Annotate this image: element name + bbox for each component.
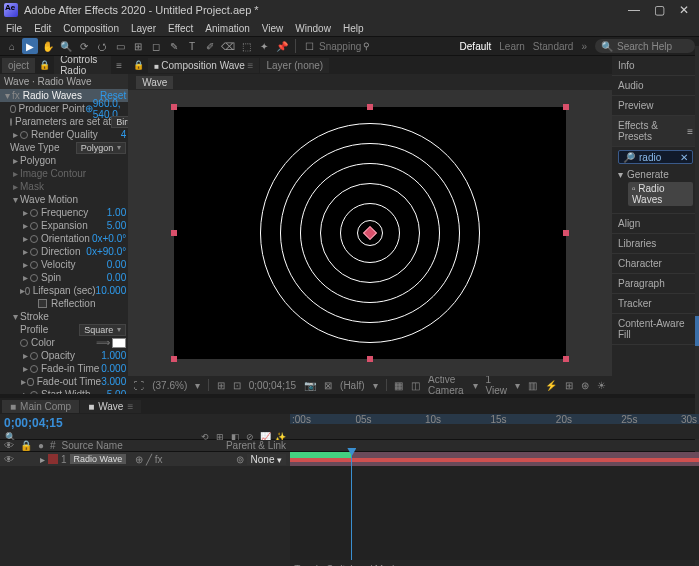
help-search[interactable]: 🔍 Search Help bbox=[595, 39, 695, 53]
panel-effects-presets[interactable]: Effects & Presets≡ bbox=[612, 116, 699, 147]
handle-bc[interactable] bbox=[367, 356, 373, 362]
layer-row-1[interactable]: 👁 ▸ 1 Radio Wave ⊕ ╱ fx ⊚ None ▾ bbox=[0, 452, 290, 466]
val-spin[interactable]: 0.00 bbox=[107, 272, 126, 283]
handle-tl[interactable] bbox=[171, 104, 177, 110]
dropdown-params-at[interactable]: Birth bbox=[111, 116, 128, 128]
shape-tool[interactable]: ◻ bbox=[148, 38, 164, 54]
home-icon[interactable]: ⌂ bbox=[4, 38, 20, 54]
av-vis-icon[interactable]: 👁 bbox=[4, 440, 14, 451]
timeline-ruler[interactable]: :00s 05s 10s 15s 20s 25s 30s bbox=[290, 414, 699, 439]
channel-icon[interactable]: ⊡ bbox=[233, 380, 241, 391]
dropdown-profile[interactable]: Square bbox=[79, 324, 126, 336]
prop-velocity[interactable]: Velocity bbox=[41, 259, 75, 270]
rotate-tool[interactable]: ⭯ bbox=[94, 38, 110, 54]
composition-viewer[interactable] bbox=[128, 90, 612, 376]
panel-character[interactable]: Character bbox=[612, 254, 699, 274]
flowchart-icon[interactable]: ⊛ bbox=[581, 380, 589, 391]
menu-window[interactable]: Window bbox=[295, 23, 331, 34]
pan-behind-tool[interactable]: ⊞ bbox=[130, 38, 146, 54]
val-orientation[interactable]: 0x+0.0° bbox=[92, 233, 126, 244]
dropdown-wave-type[interactable]: Polygon bbox=[76, 142, 127, 154]
project-tab[interactable]: oject bbox=[2, 58, 35, 73]
pixel-aspect-icon[interactable]: ▥ bbox=[528, 380, 537, 391]
workspace-overflow[interactable]: » bbox=[581, 41, 587, 52]
transparency-grid-icon[interactable]: ◫ bbox=[411, 380, 420, 391]
timeline-track-area[interactable] bbox=[290, 452, 699, 560]
effect-item-radio-waves[interactable]: ▫ Radio Waves bbox=[628, 182, 693, 206]
timecode[interactable]: 0;00;04;15 bbox=[249, 380, 296, 391]
handle-ml[interactable] bbox=[171, 230, 177, 236]
panel-tracker[interactable]: Tracker bbox=[612, 294, 699, 314]
exposure-icon[interactable]: ☀ bbox=[597, 380, 606, 391]
workspace-learn[interactable]: Learn bbox=[499, 41, 525, 52]
snapping-toggle-icon[interactable]: ⚲ bbox=[363, 41, 370, 51]
prop-direction[interactable]: Direction bbox=[41, 246, 80, 257]
panel-info[interactable]: Info bbox=[612, 56, 699, 76]
menu-composition[interactable]: Composition bbox=[63, 23, 119, 34]
menu-edit[interactable]: Edit bbox=[34, 23, 51, 34]
maximize-button[interactable]: ▢ bbox=[654, 3, 665, 17]
prop-opacity[interactable]: Opacity bbox=[41, 350, 75, 361]
val-fadeout[interactable]: 3.000 bbox=[101, 376, 126, 387]
effects-search[interactable]: 🔎 radio ✕ bbox=[618, 150, 693, 164]
magnification-icon[interactable]: ⛶ bbox=[134, 380, 144, 391]
prop-lifespan[interactable]: Lifespan (sec) bbox=[33, 285, 96, 296]
eraser-tool[interactable]: ⬚ bbox=[238, 38, 254, 54]
orbit-tool[interactable]: ⟳ bbox=[76, 38, 92, 54]
panel-menu-icon[interactable]: ≡ bbox=[687, 126, 693, 137]
snapping-checkbox[interactable]: ☐ bbox=[301, 38, 317, 54]
camera-dropdown[interactable]: Active Camera bbox=[428, 374, 464, 396]
prop-start-width[interactable]: Start Width bbox=[41, 389, 90, 394]
prop-render-quality[interactable]: Render Quality bbox=[31, 129, 98, 140]
menu-view[interactable]: View bbox=[262, 23, 284, 34]
resolution[interactable]: (Half) bbox=[340, 380, 364, 391]
roi-icon[interactable]: ▦ bbox=[394, 380, 403, 391]
parent-pickwhip-icon[interactable]: ⊚ bbox=[236, 454, 244, 465]
visibility-toggle[interactable]: 👁 bbox=[4, 454, 14, 465]
panel-align[interactable]: Align bbox=[612, 214, 699, 234]
lock-col-icon[interactable]: 🔒 bbox=[20, 440, 32, 451]
prop-frequency[interactable]: Frequency bbox=[41, 207, 88, 218]
val-fadein[interactable]: 0.000 bbox=[101, 363, 126, 374]
show-snapshot-icon[interactable]: ⊠ bbox=[324, 380, 332, 391]
prop-spin[interactable]: Spin bbox=[41, 272, 61, 283]
panel-menu-icon[interactable]: ≡ bbox=[112, 60, 126, 71]
parent-dropdown[interactable]: None ▾ bbox=[247, 454, 286, 465]
comp-breadcrumb[interactable]: Wave bbox=[136, 76, 173, 89]
selection-tool[interactable]: ▶ bbox=[22, 38, 38, 54]
val-start-width[interactable]: 5.00 bbox=[107, 389, 126, 394]
prop-fadeout[interactable]: Fade-out Time bbox=[37, 376, 101, 387]
workspace-default[interactable]: Default bbox=[460, 41, 492, 52]
val-direction[interactable]: 0x+90.0° bbox=[86, 246, 126, 257]
canvas-area[interactable] bbox=[174, 107, 566, 359]
menu-effect[interactable]: Effect bbox=[168, 23, 193, 34]
clone-tool[interactable]: ⌫ bbox=[220, 38, 236, 54]
group-polygon[interactable]: Polygon bbox=[20, 155, 56, 166]
panel-lock-icon[interactable]: 🔒 bbox=[130, 60, 147, 70]
views-dropdown[interactable]: 1 View bbox=[486, 374, 508, 396]
val-frequency[interactable]: 1.00 bbox=[107, 207, 126, 218]
current-time-indicator[interactable] bbox=[351, 452, 352, 560]
layer-switches[interactable]: ⊕ ╱ fx bbox=[135, 454, 162, 465]
prop-fadein[interactable]: Fade-in Time bbox=[41, 363, 99, 374]
val-render-quality[interactable]: 4 bbox=[121, 129, 127, 140]
handle-tr[interactable] bbox=[563, 104, 569, 110]
magnification[interactable]: (37.6%) bbox=[152, 380, 187, 391]
unified-camera-tool[interactable]: ▭ bbox=[112, 38, 128, 54]
workspace-standard[interactable]: Standard bbox=[533, 41, 574, 52]
prop-expansion[interactable]: Expansion bbox=[41, 220, 88, 231]
val-expansion[interactable]: 5.00 bbox=[107, 220, 126, 231]
timeline-tab-main[interactable]: ■Main Comp bbox=[2, 400, 79, 413]
menu-animation[interactable]: Animation bbox=[205, 23, 249, 34]
handle-mr[interactable] bbox=[563, 230, 569, 236]
hand-tool[interactable]: ✋ bbox=[40, 38, 56, 54]
clear-icon[interactable]: ✕ bbox=[680, 152, 688, 163]
current-timecode[interactable]: 0;00;04;15 bbox=[4, 416, 63, 430]
prop-producer-point[interactable]: Producer Point bbox=[19, 103, 85, 114]
layer-tab[interactable]: Layer (none) bbox=[260, 58, 329, 73]
panel-content-aware-fill[interactable]: Content-Aware Fill bbox=[612, 314, 699, 345]
color-swatch[interactable] bbox=[112, 338, 126, 348]
resolution-icon[interactable]: ⊞ bbox=[217, 380, 225, 391]
snapping-label[interactable]: Snapping bbox=[319, 41, 361, 52]
handle-bl[interactable] bbox=[171, 356, 177, 362]
